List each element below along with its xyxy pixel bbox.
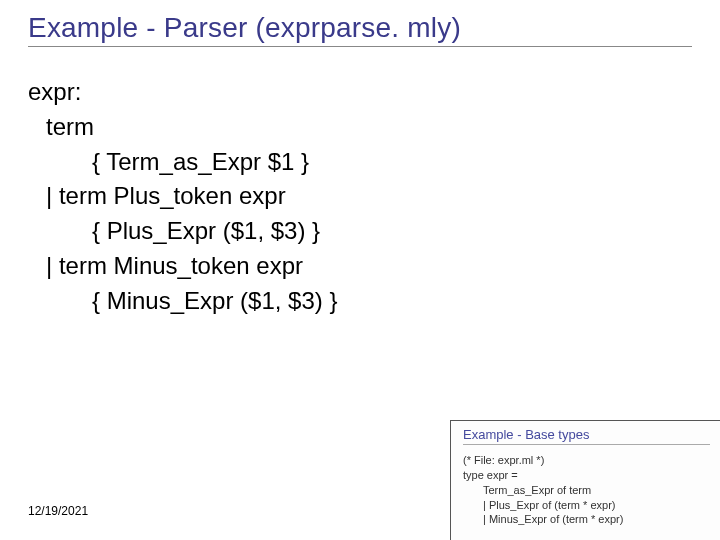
thumb-body: (* File: expr.ml *) type expr = Term_as_… <box>463 453 710 527</box>
slide-date: 12/19/2021 <box>28 504 88 518</box>
thumb-line: Term_as_Expr of term <box>483 483 710 498</box>
thumb-line: | Plus_Expr of (term * expr) <box>483 498 710 513</box>
grammar-rule-head: expr: <box>28 75 692 110</box>
thumb-line: type expr = <box>463 468 710 483</box>
grammar-prod-1: term <box>46 110 692 145</box>
grammar-action-1: { Term_as_Expr $1 } <box>92 145 692 180</box>
thumb-line: (* File: expr.ml *) <box>463 453 710 468</box>
thumb-title: Example - Base types <box>463 427 710 445</box>
thumb-line: | Minus_Expr of (term * expr) <box>483 512 710 527</box>
grammar-action-3: { Minus_Expr ($1, $3) } <box>92 284 692 319</box>
slide: Example - Parser (exprparse. mly) expr: … <box>0 0 720 540</box>
grammar-action-2: { Plus_Expr ($1, $3) } <box>92 214 692 249</box>
next-slide-thumbnail: Example - Base types (* File: expr.ml *)… <box>450 420 720 540</box>
grammar-prod-2: | term Plus_token expr <box>46 179 692 214</box>
grammar-prod-3: | term Minus_token expr <box>46 249 692 284</box>
slide-title: Example - Parser (exprparse. mly) <box>28 12 692 47</box>
slide-body: expr: term { Term_as_Expr $1 } | term Pl… <box>28 75 692 319</box>
